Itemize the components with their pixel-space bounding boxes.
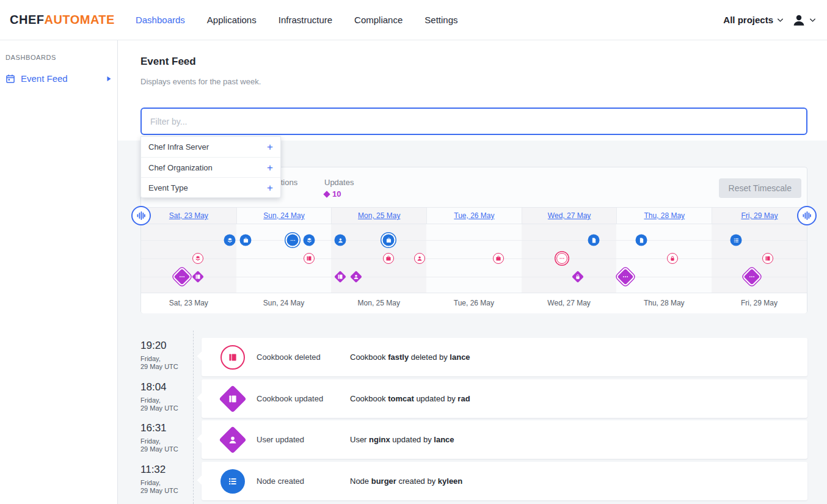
chevron-down-icon [777, 18, 784, 23]
filter-option-event-type[interactable]: Event Type+ [141, 177, 280, 197]
nav-item-compliance[interactable]: Compliance [354, 15, 403, 25]
event-marker-updated-ellipsis-icon[interactable] [744, 269, 760, 285]
event-marker-updated-ellipsis-icon[interactable] [618, 269, 634, 285]
ellipsis-icon [622, 274, 629, 280]
page-subtitle: Displays events for the past week. [140, 77, 261, 86]
event-marker-created-layers-icon[interactable] [224, 235, 236, 246]
nav-item-applications[interactable]: Applications [207, 15, 257, 25]
filter-input[interactable] [140, 108, 807, 135]
day-header-cell: Sun, 24 May [236, 208, 332, 224]
day-footer-label: Thu, 28 May [616, 293, 712, 313]
book-icon [765, 255, 771, 261]
lock-icon [575, 274, 581, 280]
top-navigation: CHEFAUTOMATE DashboardsApplicationsInfra… [0, 0, 827, 40]
event-time: 11:32 [140, 464, 166, 476]
event-actor: rad [457, 394, 470, 403]
ellipsis-icon [559, 255, 565, 261]
event-marker-created-list-icon[interactable] [730, 235, 742, 246]
event-marker-updated-ellipsis-icon[interactable] [174, 269, 191, 285]
day-link-wed-27-may[interactable]: Wed, 27 May [548, 211, 591, 220]
day-link-sat-23-may[interactable]: Sat, 23 May [169, 211, 208, 220]
sidebar: DASHBOARDS Event Feed [0, 40, 118, 504]
created-event-icon [220, 469, 245, 494]
caret-right-icon [106, 76, 112, 82]
event-marker-updated-lock-icon[interactable] [572, 271, 584, 283]
day-link-fri-29-may[interactable]: Fri, 29 May [741, 211, 778, 220]
event-card-notch [197, 434, 208, 444]
day-link-tue-26-may[interactable]: Tue, 26 May [454, 211, 494, 220]
event-marker-created-person-icon[interactable] [335, 235, 346, 246]
filter-option-chef-infra-server[interactable]: Chef Infra Server+ [141, 137, 280, 157]
event-marker-updated-book-icon[interactable] [192, 271, 204, 283]
updated-legend-icon [323, 191, 330, 197]
day-footer-label: Sun, 24 May [236, 293, 332, 313]
event-marker-created-briefcase-icon[interactable] [383, 235, 395, 246]
nav-item-dashboards[interactable]: Dashboards [136, 15, 185, 25]
event-weekday: Friday, [140, 437, 161, 445]
event-marker-deleted-ellipsis-icon[interactable] [556, 253, 567, 264]
event-marker-deleted-book-icon[interactable] [762, 253, 773, 264]
main-content: Event Feed Displays events for the past … [118, 40, 827, 504]
event-marker-created-page-icon[interactable] [636, 235, 647, 246]
day-link-thu-28-may[interactable]: Thu, 28 May [644, 211, 685, 220]
equalizer-icon [137, 211, 145, 221]
deleted-event-icon [220, 345, 245, 370]
timescale-right-handle[interactable] [797, 206, 817, 225]
timescale-left-handle[interactable] [131, 206, 151, 225]
event-card-notch [197, 351, 208, 362]
filter-option-chef-organization[interactable]: Chef Organization+ [141, 157, 280, 177]
nav-item-infrastructure[interactable]: Infrastructure [279, 15, 332, 25]
event-marker-deleted-book-icon[interactable] [304, 253, 315, 264]
brand-automate: AUTOMATE [44, 13, 114, 26]
plus-icon[interactable]: + [267, 183, 273, 193]
day-link-sun-24-may[interactable]: Sun, 24 May [263, 211, 304, 220]
event-card: Cookbook deletedCookbook fastly deleted … [202, 338, 807, 376]
chevron-down-icon [809, 18, 816, 23]
day-footer-label: Sat, 23 May [141, 293, 236, 313]
event-card: User updatedUser nginx updated by lance [202, 420, 807, 459]
event-type-label: Node created [257, 477, 304, 486]
event-marker-deleted-lock-icon[interactable] [667, 253, 678, 264]
day-header-cell: Wed, 27 May [522, 208, 617, 224]
projects-filter-button[interactable]: All projects [723, 15, 784, 25]
briefcase-icon [495, 255, 501, 261]
timeline-day-header: Sat, 23 MaySun, 24 MayMon, 25 MayTue, 26… [141, 207, 807, 224]
reset-timescale-button[interactable]: Reset Timescale [719, 178, 801, 198]
day-link-mon-25-may[interactable]: Mon, 25 May [358, 211, 400, 220]
plus-icon[interactable]: + [267, 163, 273, 173]
chevron-down-icon [777, 18, 784, 23]
layers-icon [306, 237, 312, 243]
event-marker-created-page-icon[interactable] [588, 235, 600, 246]
equalizer-icon [137, 211, 145, 221]
event-marker-deleted-person-icon[interactable] [414, 253, 425, 264]
nav-item-settings[interactable]: Settings [424, 15, 457, 25]
event-entity: burger [371, 477, 396, 486]
event-marker-deleted-briefcase-icon[interactable] [383, 253, 394, 264]
day-header-cell: Thu, 28 May [616, 208, 712, 224]
event-description: Cookbook fastly deleted by lance [350, 352, 470, 362]
brand-logo[interactable]: CHEFAUTOMATE [10, 13, 115, 27]
event-marker-updated-person-icon[interactable] [350, 271, 362, 283]
event-type-label: Cookbook deleted [257, 352, 321, 362]
event-marker-deleted-layers-icon[interactable] [192, 253, 203, 264]
event-marker-created-briefcase-icon[interactable] [240, 235, 252, 246]
plus-icon[interactable]: + [267, 142, 273, 152]
layers-icon [227, 237, 233, 243]
event-date: 29 May UTC [140, 445, 178, 453]
user-menu-button[interactable] [792, 13, 816, 27]
event-marker-deleted-briefcase-icon[interactable] [493, 253, 504, 264]
event-card: Node createdNode burger created by kylee… [202, 462, 807, 500]
event-marker-updated-book-icon[interactable] [334, 271, 346, 283]
event-card-notch [197, 393, 208, 403]
event-entity: nginx [369, 435, 390, 444]
event-time: 16:31 [140, 422, 167, 434]
event-time: 19:20 [140, 340, 167, 352]
layers-icon [195, 255, 201, 261]
book-icon [195, 274, 201, 280]
sidebar-item-event-feed[interactable]: Event Feed [0, 70, 117, 87]
event-marker-created-ellipsis-icon[interactable] [287, 235, 299, 246]
event-marker-created-layers-icon[interactable] [304, 235, 315, 246]
calendar-icon [5, 74, 15, 84]
day-footer-label: Wed, 27 May [522, 293, 617, 313]
day-header-cell: Sat, 23 May [141, 208, 236, 224]
